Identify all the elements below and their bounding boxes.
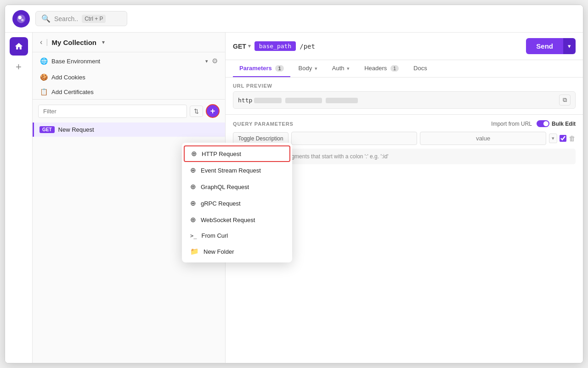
search-bar[interactable]: 🔍 Search.. Ctrl + P xyxy=(35,11,127,26)
env-icon: 🌐 xyxy=(40,57,48,65)
cookies-label: Add Cookies xyxy=(51,74,85,81)
bulk-edit-label: Bulk Edit xyxy=(552,121,576,127)
param-checkbox[interactable] xyxy=(560,135,566,142)
sidebar-env-row[interactable]: 🌐 Base Environment ▾ ⚙ xyxy=(33,52,225,70)
tab-auth[interactable]: Auth ▾ xyxy=(326,60,356,77)
method-select[interactable]: GET ▾ xyxy=(233,43,251,50)
query-params-header: QUERY PARAMETERS Import from URL Bulk Ed… xyxy=(233,120,576,127)
sidebar: ‹ | My Collection ▾ 🌐 Base Environment ▾… xyxy=(33,33,226,363)
home-icon xyxy=(14,42,23,51)
url-copy-button[interactable]: ⧉ xyxy=(559,95,571,106)
search-icon: 🔍 xyxy=(41,14,51,23)
send-group: Send ▾ xyxy=(526,38,576,54)
tab-parameters[interactable]: Parameters 1 xyxy=(233,60,290,77)
logo-icon xyxy=(16,14,26,24)
svg-point-1 xyxy=(18,16,22,19)
param-delete-button[interactable]: 🗑 xyxy=(569,134,576,142)
query-params-label: QUERY PARAMETERS xyxy=(233,121,491,127)
filter-input[interactable] xyxy=(38,105,187,118)
bulk-toggle-track[interactable] xyxy=(537,120,549,127)
add-request-button[interactable]: + xyxy=(206,104,220,118)
add-cookies-item[interactable]: 🍪 Add Cookies xyxy=(33,70,225,84)
content-area: GET ▾ base_path /pet Send ▾ Parameters 1… xyxy=(226,33,583,363)
env-label: Base Environment xyxy=(51,58,202,65)
cookies-icon: 🍪 xyxy=(40,73,48,81)
app-logo xyxy=(12,10,30,28)
import-from-url-button[interactable]: Import from URL xyxy=(491,121,532,127)
tab-body[interactable]: Body ▾ xyxy=(292,60,324,77)
collection-arrow[interactable]: ▾ xyxy=(102,39,105,45)
svg-point-2 xyxy=(21,19,24,22)
param-actions: ▾ 🗑 xyxy=(549,134,576,143)
collection-title: My Collection xyxy=(51,39,96,46)
method-arrow: ▾ xyxy=(248,43,251,49)
filter-sort-button[interactable]: ⇅ xyxy=(190,106,203,117)
query-params-section: QUERY PARAMETERS Import from URL Bulk Ed… xyxy=(226,115,583,363)
param-key-input[interactable] xyxy=(291,132,418,145)
certificates-icon: 📋 xyxy=(40,88,48,95)
env-settings-icon[interactable]: ⚙ xyxy=(212,57,218,65)
search-text: Search.. xyxy=(54,15,78,22)
toggle-description-button[interactable]: Toggle Description xyxy=(233,132,288,145)
url-preview-text: http xyxy=(238,97,555,104)
method-badge: GET xyxy=(40,126,55,133)
env-arrow: ▾ xyxy=(205,58,208,64)
send-dropdown-button[interactable]: ▾ xyxy=(563,38,576,54)
add-certificates-item[interactable]: 📋 Add Certificates xyxy=(33,84,225,99)
titlebar: 🔍 Search.. Ctrl + P xyxy=(5,5,583,33)
icon-strip: + xyxy=(5,33,33,363)
bulk-edit-toggle[interactable]: Bulk Edit xyxy=(537,120,576,127)
url-path-rest: /pet xyxy=(300,43,315,50)
tabs-row: Parameters 1 Body ▾ Auth ▾ Headers 1 Doc… xyxy=(226,60,583,78)
param-value-input[interactable] xyxy=(420,132,546,145)
certificates-label: Add Certificates xyxy=(51,89,94,95)
search-shortcut: Ctrl + P xyxy=(82,15,106,23)
request-name: New Request xyxy=(58,126,94,133)
param-type-button[interactable]: ▾ xyxy=(549,134,557,143)
main-area: + ‹ | My Collection ▾ 🌐 Base Environment… xyxy=(5,33,583,363)
sidebar-back-button[interactable]: ‹ xyxy=(40,38,42,46)
method-label: GET xyxy=(233,43,246,50)
request-list-item[interactable]: GET New Request xyxy=(33,123,225,137)
send-button[interactable]: Send xyxy=(526,38,563,54)
tab-docs[interactable]: Docs xyxy=(407,60,434,77)
url-preview-bar: http ⧉ xyxy=(233,91,576,109)
home-icon-btn[interactable] xyxy=(10,37,28,56)
path-params-info: These are url path segments that start w… xyxy=(233,149,576,164)
sidebar-header: ‹ | My Collection ▾ xyxy=(33,33,225,52)
url-bar: GET ▾ base_path /pet Send ▾ xyxy=(226,33,583,60)
param-row: Toggle Description ▾ 🗑 xyxy=(233,132,576,145)
tab-headers[interactable]: Headers 1 xyxy=(358,60,405,77)
bulk-toggle-thumb xyxy=(543,121,548,126)
url-preview-label: URL PREVIEW xyxy=(233,83,576,89)
filter-row: ⇅ + xyxy=(33,99,225,123)
svg-point-0 xyxy=(17,14,25,22)
add-workspace-button[interactable]: + xyxy=(12,60,26,74)
url-base-path[interactable]: base_path xyxy=(254,41,296,51)
url-preview-section: URL PREVIEW http ⧉ xyxy=(226,78,583,115)
